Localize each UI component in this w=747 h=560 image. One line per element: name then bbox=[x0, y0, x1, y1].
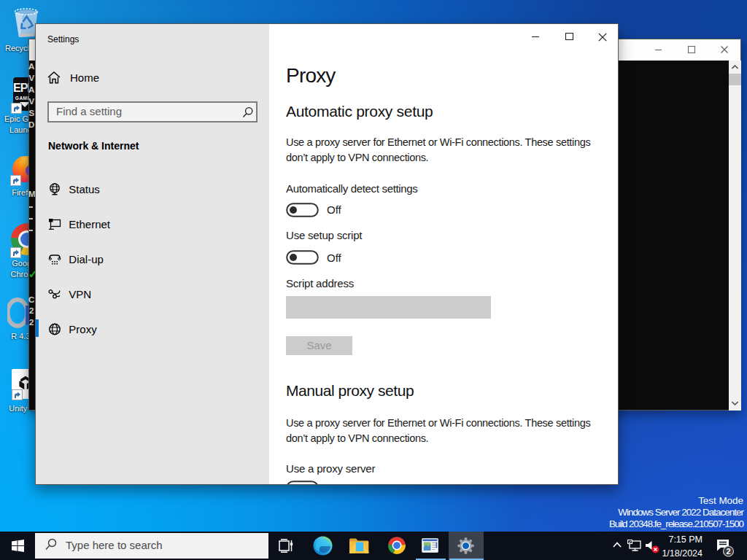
svg-text:2: 2 bbox=[726, 547, 730, 556]
